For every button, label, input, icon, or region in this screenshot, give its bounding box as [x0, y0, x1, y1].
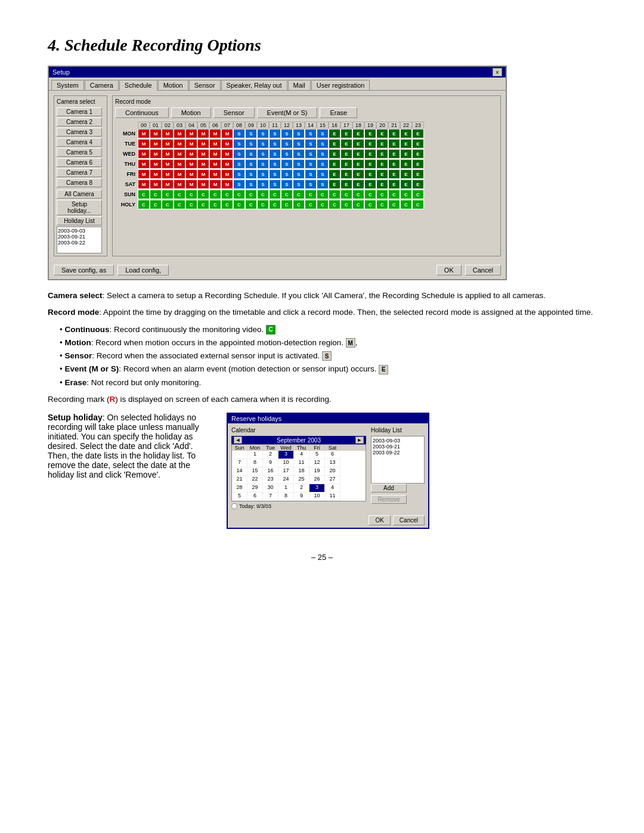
schedule-cell[interactable]: E	[364, 139, 376, 148]
schedule-cell[interactable]: M	[197, 129, 209, 138]
schedule-cell[interactable]: S	[257, 149, 269, 159]
schedule-cell[interactable]: S	[293, 159, 305, 169]
camera-button-camera5[interactable]: Camera 5	[57, 148, 102, 157]
schedule-cell[interactable]: E	[388, 169, 400, 179]
schedule-cell[interactable]: E	[364, 159, 376, 169]
mode-button-continuous[interactable]: Continuous	[115, 107, 169, 118]
schedule-cell[interactable]: C	[376, 200, 388, 209]
cal-day[interactable]: 10	[278, 459, 294, 467]
cal-day[interactable]: 17	[278, 467, 294, 476]
schedule-cell[interactable]: E	[412, 169, 424, 179]
schedule-cell[interactable]: C	[317, 200, 329, 209]
schedule-cell[interactable]: C	[412, 200, 424, 209]
schedule-cell[interactable]: E	[388, 139, 400, 148]
schedule-cell[interactable]: M	[138, 139, 150, 148]
camera-button-camera7[interactable]: Camera 7	[57, 168, 102, 177]
schedule-cell[interactable]: M	[138, 129, 150, 138]
schedule-cell[interactable]: M	[197, 169, 209, 179]
schedule-cell[interactable]: M	[209, 159, 221, 169]
cal-day[interactable]: 3	[309, 484, 325, 493]
schedule-cell[interactable]: C	[245, 200, 257, 209]
schedule-cell[interactable]: E	[329, 149, 340, 159]
cal-day[interactable]: 29	[247, 484, 263, 493]
cal-day[interactable]: 11	[325, 493, 340, 501]
schedule-cell[interactable]: S	[257, 169, 269, 179]
schedule-cell[interactable]: C	[221, 200, 233, 209]
cal-day[interactable]: 6	[325, 451, 340, 459]
schedule-cell[interactable]: M	[221, 159, 233, 169]
cal-day[interactable]: 5	[309, 451, 325, 459]
schedule-cell[interactable]: S	[269, 129, 281, 138]
schedule-cell[interactable]: S	[305, 149, 317, 159]
cal-day[interactable]: 14	[232, 467, 247, 476]
schedule-cell[interactable]: E	[400, 139, 412, 148]
schedule-cell[interactable]: E	[364, 169, 376, 179]
cal-day[interactable]: 2	[294, 484, 309, 493]
schedule-cell[interactable]: C	[162, 190, 174, 199]
schedule-cell[interactable]: M	[150, 179, 162, 189]
schedule-cell[interactable]: M	[162, 159, 174, 169]
schedule-cell[interactable]: M	[221, 149, 233, 159]
schedule-cell[interactable]: M	[138, 149, 150, 159]
schedule-cell[interactable]: C	[233, 200, 245, 209]
schedule-cell[interactable]: C	[352, 200, 364, 209]
tab-user-registration[interactable]: User registration	[311, 80, 370, 90]
schedule-cell[interactable]: M	[174, 149, 185, 159]
schedule-cell[interactable]: M	[150, 149, 162, 159]
schedule-cell[interactable]: S	[317, 149, 329, 159]
schedule-cell[interactable]: E	[340, 149, 352, 159]
schedule-cell[interactable]: E	[340, 179, 352, 189]
schedule-cell[interactable]: C	[269, 200, 281, 209]
schedule-cell[interactable]: C	[340, 190, 352, 199]
cal-day[interactable]: 22	[247, 476, 263, 484]
schedule-cell[interactable]: E	[340, 139, 352, 148]
schedule-cell[interactable]: C	[174, 200, 185, 209]
add-holiday-button[interactable]: Add	[371, 484, 407, 493]
schedule-cell[interactable]: M	[185, 179, 197, 189]
schedule-cell[interactable]: E	[329, 129, 340, 138]
schedule-cell[interactable]: S	[233, 129, 245, 138]
cal-day[interactable]: 5	[232, 493, 247, 501]
cal-day[interactable]: 26	[309, 476, 325, 484]
schedule-cell[interactable]: S	[269, 169, 281, 179]
tab-system[interactable]: System	[51, 80, 84, 90]
schedule-cell[interactable]: S	[293, 129, 305, 138]
schedule-cell[interactable]: E	[412, 129, 424, 138]
schedule-cell[interactable]: E	[352, 179, 364, 189]
tab-camera[interactable]: Camera	[85, 80, 119, 90]
cal-day[interactable]: 9	[294, 493, 309, 501]
cal-day[interactable]: 1	[278, 484, 294, 493]
cal-day[interactable]: 27	[325, 476, 340, 484]
schedule-cell[interactable]: C	[364, 190, 376, 199]
schedule-cell[interactable]: C	[209, 200, 221, 209]
schedule-cell[interactable]: S	[245, 169, 257, 179]
save-config-button[interactable]: Save config, as	[54, 265, 114, 275]
schedule-cell[interactable]: E	[352, 149, 364, 159]
schedule-cell[interactable]: M	[174, 139, 185, 148]
schedule-cell[interactable]: S	[293, 149, 305, 159]
schedule-cell[interactable]: E	[352, 169, 364, 179]
schedule-cell[interactable]: C	[388, 200, 400, 209]
schedule-cell[interactable]: C	[245, 190, 257, 199]
schedule-cell[interactable]: S	[281, 169, 293, 179]
schedule-cell[interactable]: M	[138, 169, 150, 179]
schedule-cell[interactable]: S	[317, 179, 329, 189]
cal-day[interactable]: 20	[325, 467, 340, 476]
ok-button[interactable]: OK	[436, 265, 462, 275]
camera-button-camera2[interactable]: Camera 2	[57, 117, 102, 126]
schedule-cell[interactable]: M	[185, 129, 197, 138]
camera-button-camera4[interactable]: Camera 4	[57, 138, 102, 147]
schedule-cell[interactable]: M	[197, 139, 209, 148]
schedule-cell[interactable]: E	[400, 169, 412, 179]
schedule-cell[interactable]: E	[364, 129, 376, 138]
reserve-cancel-button[interactable]: Cancel	[393, 515, 425, 525]
schedule-cell[interactable]: S	[281, 139, 293, 148]
schedule-cell[interactable]: M	[162, 149, 174, 159]
schedule-cell[interactable]: M	[221, 169, 233, 179]
schedule-cell[interactable]: E	[329, 159, 340, 169]
cal-day[interactable]: 15	[247, 467, 263, 476]
schedule-cell[interactable]: S	[245, 139, 257, 148]
schedule-cell[interactable]: S	[293, 179, 305, 189]
cal-day[interactable]: 19	[309, 467, 325, 476]
schedule-cell[interactable]: C	[340, 200, 352, 209]
